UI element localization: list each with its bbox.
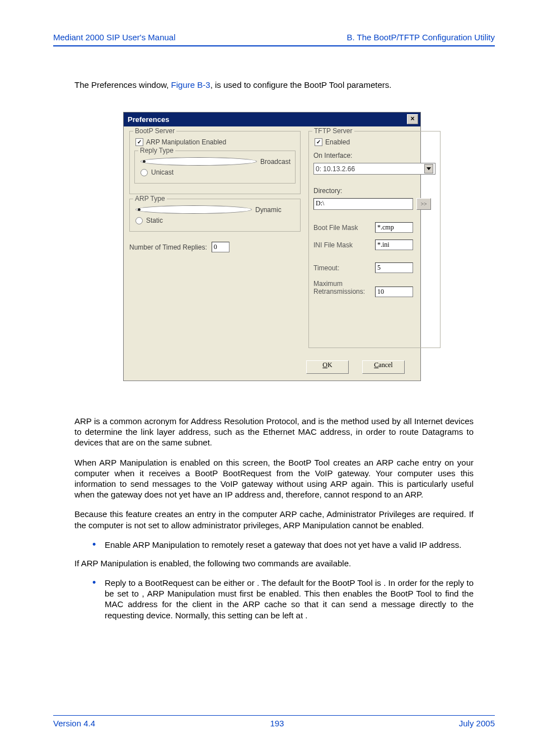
broadcast-label: Broadcast — [260, 158, 291, 166]
dynamic-label: Dynamic — [255, 206, 282, 214]
unicast-radio[interactable] — [140, 169, 148, 176]
intro-text: The Preferences window, Figure B-3, is u… — [74, 80, 495, 90]
footer-page: 193 — [270, 719, 284, 728]
arp-type-group: ARP Type Dynamic Static — [129, 199, 301, 232]
tftp-enabled-checkbox[interactable]: ✓ — [315, 138, 322, 146]
timeout-label: Timeout: — [313, 264, 369, 272]
chevron-down-icon[interactable] — [424, 164, 433, 173]
paragraph-1: ARP is a common acronym for Address Reso… — [74, 416, 474, 448]
timed-replies-input[interactable]: 0 — [212, 242, 229, 252]
reply-type-group: Reply Type Broadcast Unicast — [134, 151, 296, 184]
timed-replies-label: Number of Timed Replies: — [129, 243, 207, 251]
window-title: Preferences — [128, 115, 169, 124]
static-label: Static — [146, 217, 163, 224]
header-right: B. The BootP/TFTP Configuration Utility — [346, 32, 495, 42]
paragraph-4: If ARP Manipulation is enabled, the foll… — [74, 558, 474, 569]
interface-select[interactable]: 0: 10.13.2.66 — [313, 163, 435, 175]
footer-rule — [53, 715, 495, 716]
ok-button[interactable]: OK — [306, 360, 349, 374]
unicast-label: Unicast — [151, 168, 174, 176]
header-rule — [53, 45, 495, 46]
bootp-server-group: BootP Server ✓ ARP Manipulation Enabled … — [129, 131, 301, 194]
cancel-button[interactable]: Cancel — [362, 360, 405, 374]
arp-manipulation-label: ARP Manipulation Enabled — [146, 138, 226, 146]
footer-version: Version 4.4 — [53, 719, 95, 728]
arp-manipulation-checkbox[interactable]: ✓ — [135, 138, 143, 146]
bullet-1: Enable ARP Manipulation to remotely rese… — [92, 539, 474, 550]
broadcast-radio[interactable] — [140, 157, 257, 166]
paragraph-2: When ARP Manipulation is enabled on this… — [74, 457, 474, 500]
header-left: Mediant 2000 SIP User's Manual — [53, 32, 176, 42]
on-interface-label: On Interface: — [313, 152, 435, 159]
ini-mask-input[interactable]: *.ini — [375, 240, 413, 250]
paragraph-3: Because this feature creates an entry in… — [74, 509, 474, 530]
close-icon[interactable]: × — [407, 114, 418, 124]
dynamic-radio[interactable] — [135, 205, 252, 214]
footer-date: July 2005 — [459, 719, 495, 728]
directory-input[interactable]: D:\ — [313, 198, 413, 210]
browse-button[interactable]: >> — [416, 198, 431, 210]
titlebar: Preferences × — [124, 112, 420, 126]
retrans-label: Maximum Retransmissions: — [313, 280, 369, 295]
tftp-server-group: TFTP Server ✓ Enabled On Interface: 0: 1… — [308, 131, 441, 348]
directory-label: Directory: — [313, 187, 435, 195]
figure-link[interactable]: Figure B-3 — [171, 80, 210, 90]
ini-mask-label: INI File Mask — [313, 241, 369, 249]
timeout-input[interactable]: 5 — [375, 262, 413, 273]
tftp-enabled-label: Enabled — [325, 138, 350, 146]
preferences-window: Preferences × BootP Server ✓ ARP Manipul… — [123, 112, 421, 381]
boot-mask-input[interactable]: *.cmp — [375, 222, 413, 233]
boot-mask-label: Boot File Mask — [313, 224, 369, 232]
static-radio[interactable] — [135, 217, 143, 224]
retrans-input[interactable]: 10 — [375, 287, 413, 297]
bullet-2: Reply to a BootRequest can be either or … — [92, 577, 474, 621]
